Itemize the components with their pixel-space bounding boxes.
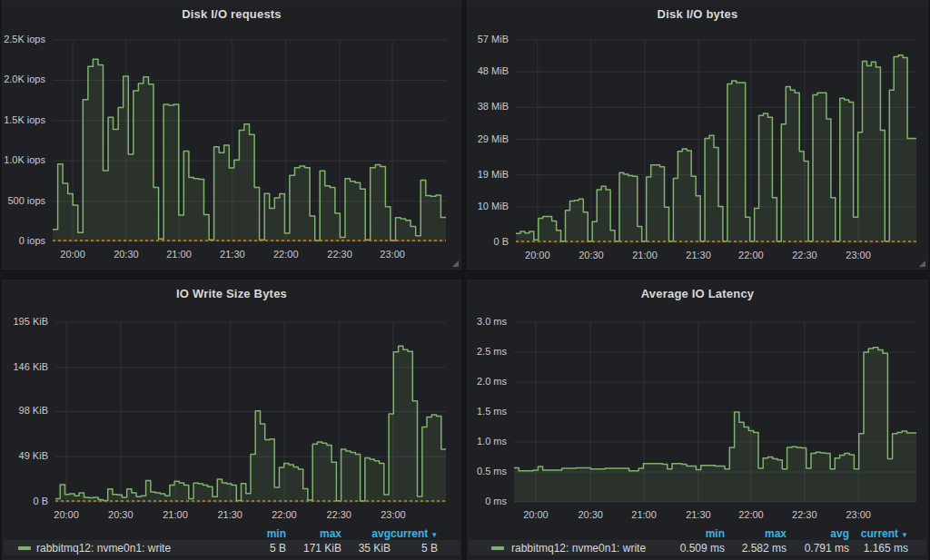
y-axis-tick-label: 3.0 ms: [468, 316, 507, 328]
legend-avg-value: 0.791 ms: [787, 542, 849, 555]
y-axis-tick-label: 29 MiB: [468, 133, 509, 145]
series-color-swatch[interactable]: [18, 546, 31, 550]
y-axis-tick-label: 0 ms: [468, 496, 507, 507]
y-axis-tick-label: 0 B: [468, 236, 509, 248]
x-axis-tick-label: 22:00: [262, 509, 307, 521]
x-axis-tick-label: 21:30: [210, 249, 255, 260]
grafana-dashboard: Disk I/O requests 2.5K iops2.0K iops1.5K…: [0, 0, 930, 560]
y-axis-tick-label: 195 KiB: [3, 316, 48, 328]
x-axis-tick-label: 21:00: [156, 249, 202, 260]
x-axis-tick-label: 20:30: [104, 249, 149, 260]
panel-io-write-size-bytes: IO Write Size Bytes 195 KiB146 KiB98 KiB…: [2, 280, 461, 560]
x-axis-tick-label: 23:00: [836, 250, 881, 261]
x-axis-tick-label: 22:00: [728, 250, 774, 261]
legend-header-avg[interactable]: avg: [341, 527, 391, 540]
chart-svg: [514, 322, 916, 502]
y-axis-tick-label: 0.5 ms: [468, 466, 507, 477]
legend-series-row: rabbitmq12: nvme0n1: write 0.509 ms 2.58…: [469, 540, 926, 555]
chart-svg: [55, 322, 446, 502]
resize-handle-icon[interactable]: [919, 260, 925, 267]
panel-title[interactable]: Disk I/O bytes: [468, 7, 927, 21]
y-axis-tick-label: 0 B: [3, 496, 48, 507]
x-axis-tick-label: 20:00: [515, 250, 560, 261]
legend: min max avg current▼ rabbitmq12: nvme0n1…: [469, 526, 926, 555]
x-axis-tick-label: 22:30: [316, 509, 361, 521]
chart-average-io-latency[interactable]: 3.0 ms2.5 ms2.0 ms1.5 ms1.0 ms0.5 ms0 ms…: [468, 280, 927, 559]
legend-header-max[interactable]: max: [286, 527, 341, 540]
x-axis-tick-label: 21:30: [207, 509, 252, 521]
y-axis-tick-label: 19 MiB: [468, 169, 509, 181]
legend-max-value: 171 KiB: [286, 542, 341, 555]
panel-title[interactable]: Disk I/O requests: [3, 7, 460, 21]
chart-svg: [53, 40, 446, 241]
legend-header-max[interactable]: max: [725, 527, 787, 540]
legend: min max avg current▼ rabbitmq12: nvme0n1…: [4, 526, 460, 555]
x-axis-tick-label: 20:30: [98, 509, 143, 521]
legend-header: min max avg current▼: [469, 526, 926, 540]
y-axis-tick-label: 2.0K iops: [3, 74, 45, 85]
y-axis-tick-label: 1.5K iops: [3, 114, 45, 126]
x-axis-tick-label: 22:30: [317, 249, 362, 260]
x-axis-tick-label: 21:00: [153, 509, 198, 521]
y-axis-tick-label: 48 MiB: [468, 65, 509, 77]
y-axis-tick-label: 2.5 ms: [468, 346, 507, 358]
sort-caret-icon: ▼: [430, 531, 438, 539]
x-axis-tick-label: 20:00: [513, 509, 559, 521]
legend-header-avg[interactable]: avg: [787, 527, 849, 540]
y-axis-tick-label: 0 iops: [3, 235, 45, 247]
y-axis-tick-label: 146 KiB: [3, 361, 48, 373]
legend-min-value: 0.509 ms: [663, 542, 725, 555]
panel-average-io-latency: Average IO Latency 3.0 ms2.5 ms2.0 ms1.5…: [467, 280, 928, 560]
x-axis-tick-label: 23:00: [370, 249, 415, 260]
chart-svg: [516, 40, 916, 242]
y-axis-tick-label: 2.0 ms: [468, 376, 507, 388]
x-axis-tick-label: 21:00: [621, 509, 667, 521]
series-color-swatch[interactable]: [491, 546, 504, 550]
chart-disk-io-bytes[interactable]: 57 MiB48 MiB38 MiB29 MiB19 MiB10 MiB0 B2…: [468, 1, 927, 269]
legend-header-min[interactable]: min: [232, 527, 286, 540]
x-axis-tick-label: 21:00: [622, 250, 668, 261]
x-axis-tick-label: 22:00: [263, 249, 309, 260]
resize-handle-icon[interactable]: [452, 260, 459, 267]
y-axis-tick-label: 500 iops: [3, 195, 45, 207]
legend-header-current-label: current: [391, 527, 428, 540]
x-axis-tick-label: 20:00: [50, 249, 95, 260]
y-axis-tick-label: 1.0 ms: [468, 436, 507, 447]
y-axis-tick-label: 38 MiB: [468, 101, 509, 113]
legend-min-value: 5 B: [232, 542, 286, 555]
x-axis-tick-label: 23:00: [836, 509, 881, 521]
legend-avg-value: 35 KiB: [341, 542, 391, 555]
x-axis-tick-label: 21:30: [676, 509, 721, 521]
y-axis-tick-label: 1.0K iops: [3, 154, 45, 166]
legend-header-current-label: current: [861, 527, 898, 540]
chart-disk-io-requests[interactable]: 2.5K iops2.0K iops1.5K iops1.0K iops500 …: [3, 1, 460, 269]
series-label[interactable]: rabbitmq12: nvme0n1: write: [36, 542, 171, 555]
legend-current-value: 5 B: [391, 542, 438, 555]
y-axis-tick-label: 49 KiB: [3, 450, 48, 462]
chart-io-write-size-bytes[interactable]: 195 KiB146 KiB98 KiB49 KiB0 B20:0020:302…: [3, 280, 460, 559]
x-axis-tick-label: 20:30: [568, 509, 613, 521]
y-axis-tick-label: 57 MiB: [468, 34, 509, 45]
y-axis-tick-label: 1.5 ms: [468, 406, 507, 418]
legend-current-value: 1.165 ms: [849, 542, 908, 555]
panel-title[interactable]: IO Write Size Bytes: [3, 287, 460, 300]
legend-header-current[interactable]: current▼: [849, 527, 908, 540]
x-axis-tick-label: 20:30: [569, 250, 614, 261]
legend-header-min[interactable]: min: [663, 527, 725, 540]
x-axis-tick-label: 22:00: [728, 509, 774, 521]
panel-disk-io-bytes: Disk I/O bytes 57 MiB48 MiB38 MiB29 MiB1…: [467, 0, 928, 270]
x-axis-tick-label: 22:30: [782, 250, 827, 261]
x-axis-tick-label: 23:00: [371, 509, 416, 521]
y-axis-tick-label: 98 KiB: [3, 405, 48, 417]
y-axis-tick-label: 2.5K iops: [3, 34, 45, 45]
x-axis-tick-label: 21:30: [676, 250, 721, 261]
x-axis-tick-label: 22:30: [782, 509, 827, 521]
panel-disk-io-requests: Disk I/O requests 2.5K iops2.0K iops1.5K…: [2, 0, 461, 270]
legend-header-current[interactable]: current▼: [391, 527, 438, 540]
x-axis-tick-label: 20:00: [44, 509, 89, 521]
panel-title[interactable]: Average IO Latency: [468, 287, 927, 300]
y-axis-tick-label: 10 MiB: [468, 201, 509, 212]
legend-header: min max avg current▼: [4, 526, 460, 540]
series-label[interactable]: rabbitmq12: nvme0n1: write: [511, 542, 646, 555]
sort-caret-icon: ▼: [901, 531, 908, 539]
